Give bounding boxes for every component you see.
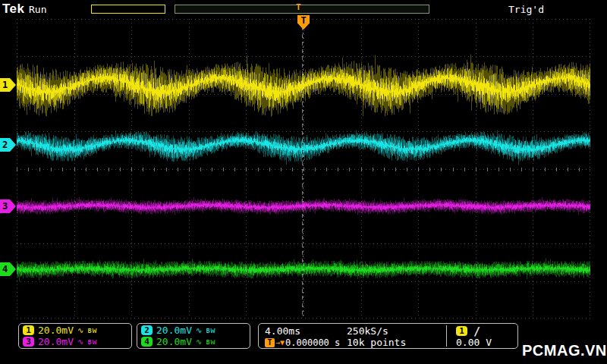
trigger-level: 0.00 V <box>456 337 492 348</box>
channel-3-marker: 3 <box>0 199 16 213</box>
ch3-scale: 20.0mV <box>38 336 74 347</box>
ch1-scale: 20.0mV <box>38 325 74 336</box>
bandwidth-icon: ʙᴡ <box>206 326 215 335</box>
trigger-status: Trig'd <box>508 4 544 15</box>
bandwidth-icon: ʙᴡ <box>87 326 96 335</box>
ch1-readout: 1 20.0mV ∿ ʙᴡ <box>23 325 127 336</box>
trigger-readout: 1 ∕ 0.00 V <box>446 325 517 347</box>
ch4-readout: 4 20.0mV ∿ ʙᴡ <box>141 336 246 347</box>
bandwidth-icon: ʙᴡ <box>206 337 215 347</box>
channel-4-marker: 4 <box>0 262 16 276</box>
rising-edge-icon: ∕ <box>473 325 480 338</box>
ch2-badge: 2 <box>141 325 153 335</box>
sample-rate: 250kS/s <box>347 325 388 337</box>
ch2-readout: 2 20.0mV ∿ ʙᴡ <box>141 325 246 336</box>
time-scale: 4.00ms <box>265 325 300 337</box>
channel-1-marker: 1 <box>0 78 16 92</box>
trigger-arrow-icon: →▼ <box>275 338 285 347</box>
tek-logo: Tek <box>2 2 25 17</box>
trigger-source-badge: 1 <box>456 326 467 336</box>
ch3-badge: 3 <box>23 337 34 347</box>
trigger-t-icon: T <box>265 338 275 347</box>
ch2-ch4-readout-box: 2 20.0mV ∿ ʙᴡ 4 20.0mV ∿ ʙᴡ <box>137 323 250 349</box>
oscilloscope-screen: Tek Run Trig'd T T 1 2 3 4 1 20.0mV ∿ ʙᴡ… <box>0 0 607 364</box>
record-view-bar <box>175 5 429 14</box>
trigger-position-top-icon: T <box>296 2 301 12</box>
coupling-icon: ∿ <box>196 337 202 346</box>
ch1-ch3-readout-box: 1 20.0mV ∿ ʙᴡ 3 20.0mV ∿ ʙᴡ <box>18 323 132 349</box>
horizontal-readout: 4.00ms 250kS/s T →▼ 0.000000 s 10k point… <box>259 325 446 347</box>
bandwidth-icon: ʙᴡ <box>87 337 96 347</box>
ch2-scale: 20.0mV <box>156 325 192 336</box>
ch1-badge: 1 <box>23 325 34 335</box>
waveform-canvas <box>17 19 590 318</box>
watermark: PCMAG.VN <box>522 342 607 359</box>
ch4-scale: 20.0mV <box>156 336 192 347</box>
horizontal-trigger-readout-box: 4.00ms 250kS/s T →▼ 0.000000 s 10k point… <box>258 323 518 349</box>
record-length: 10k points <box>347 337 406 348</box>
channel-2-marker: 2 <box>0 138 16 152</box>
trigger-position-time: 0.000000 s <box>285 337 340 348</box>
ch3-readout: 3 20.0mV ∿ ʙᴡ <box>23 336 127 347</box>
acquisition-status: Run <box>29 4 46 15</box>
zoom-window-indicator <box>91 5 165 14</box>
coupling-icon: ∿ <box>196 326 202 334</box>
ch4-badge: 4 <box>141 337 153 347</box>
coupling-icon: ∿ <box>77 337 83 346</box>
coupling-icon: ∿ <box>77 326 83 334</box>
